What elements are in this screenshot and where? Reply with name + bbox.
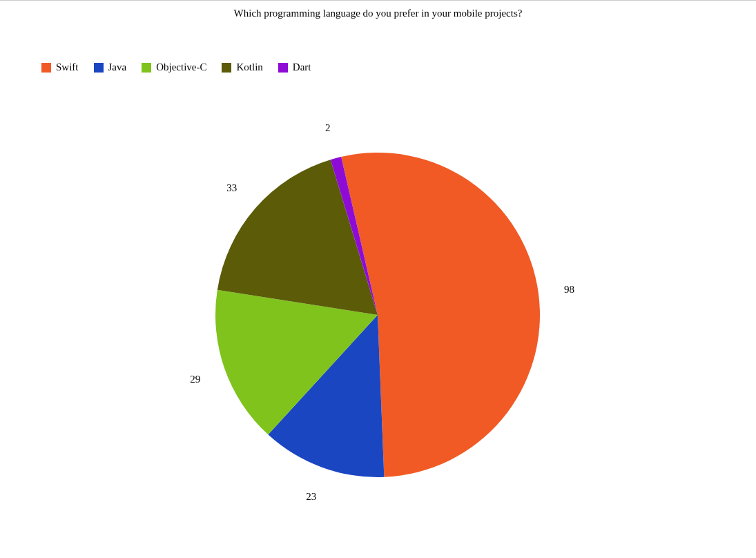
- pie-svg: [0, 97, 756, 546]
- legend-label: Kotlin: [236, 61, 262, 73]
- pie-plot: 982329332: [0, 97, 756, 546]
- slice-value-label: 98: [564, 283, 574, 295]
- legend-label: Swift: [56, 61, 79, 73]
- legend-item[interactable]: Kotlin: [222, 61, 262, 73]
- legend-swatch: [41, 63, 51, 73]
- chart-title: Which programming language do you prefer…: [0, 8, 756, 19]
- chart-frame: Which programming language do you prefer…: [0, 0, 756, 558]
- legend-label: Dart: [293, 61, 311, 73]
- legend-swatch: [142, 63, 151, 73]
- legend-label: Java: [108, 61, 127, 73]
- legend-label: Objective-C: [156, 61, 206, 73]
- legend-swatch: [222, 63, 231, 73]
- legend-item[interactable]: Java: [94, 61, 127, 73]
- legend-item[interactable]: Dart: [278, 61, 311, 73]
- legend-swatch: [278, 63, 288, 73]
- legend-swatch: [94, 63, 104, 73]
- slice-value-label: 29: [190, 373, 200, 385]
- legend: SwiftJavaObjective-CKotlinDart: [41, 61, 311, 73]
- slice-value-label: 23: [306, 490, 316, 502]
- legend-item[interactable]: Swift: [41, 61, 79, 73]
- slice-value-label: 2: [325, 122, 331, 134]
- legend-item[interactable]: Objective-C: [142, 61, 206, 73]
- slice-value-label: 33: [226, 182, 237, 194]
